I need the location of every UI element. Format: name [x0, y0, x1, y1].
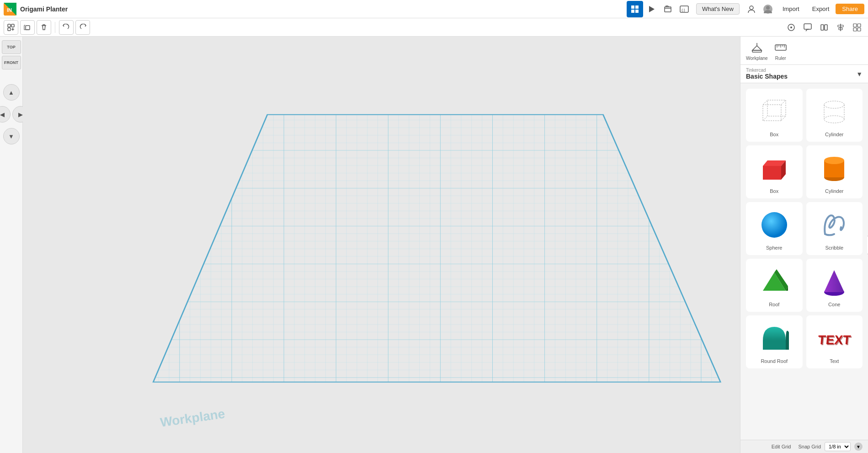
bottom-bar: Edit Grid Snap Grid 1/8 in 1/4 in 1/2 in… — [740, 440, 868, 453]
svg-marker-32 — [752, 46, 761, 50]
shape-item-round-roof[interactable]: Round Roof — [746, 315, 803, 368]
grid-view-button[interactable] — [627, 1, 643, 17]
shape-preview-box-ghost — [754, 93, 795, 130]
shape-item-text[interactable]: TEXT TEXT Text — [806, 315, 863, 368]
shape-preview-box-red — [754, 150, 795, 187]
main-area: TOP FRONT ▲ ◀ ▶ ▼ — [0, 37, 868, 453]
shape-item-sphere-blue[interactable]: Sphere — [746, 202, 803, 255]
svg-point-13 — [766, 6, 770, 10]
files-button[interactable] — [660, 1, 676, 17]
svg-rect-4 — [635, 5, 639, 9]
right-panel: › Workplane — [740, 37, 868, 453]
svg-rect-14 — [8, 24, 11, 27]
duplicate-button[interactable] — [20, 20, 35, 35]
shape-item-cylinder-ghost[interactable]: Cylinder — [806, 89, 863, 142]
ruler-label-text: Ruler — [775, 56, 786, 61]
svg-marker-65 — [824, 270, 844, 292]
svg-rect-6 — [635, 10, 639, 13]
view-nav-down[interactable]: ▼ — [3, 128, 20, 144]
shape-label-cylinder-ghost: Cylinder — [825, 132, 843, 137]
redo-button[interactable] — [75, 20, 90, 35]
snap-button[interactable] — [784, 20, 799, 35]
shape-preview-cylinder-orange — [814, 150, 855, 187]
shape-label-scribble: Scribble — [825, 245, 843, 250]
shape-item-cone-purple[interactable]: Cone — [806, 259, 863, 312]
panel-top-buttons: Workplane Ruler — [740, 37, 868, 65]
shape-item-cylinder-orange[interactable]: Cylinder — [806, 145, 863, 198]
shape-preview-scribble — [814, 207, 855, 243]
svg-text:IN: IN — [7, 7, 12, 13]
category-name: Basic Shapes — [746, 73, 788, 80]
shape-preview-text: TEXT TEXT — [814, 320, 855, 357]
top-view-label[interactable]: TOP — [2, 40, 21, 54]
import-button[interactable]: Import — [776, 4, 806, 14]
svg-line-47 — [781, 100, 786, 105]
svg-point-19 — [790, 27, 792, 28]
svg-rect-29 — [857, 28, 861, 31]
app-logo: IN — [4, 3, 16, 16]
svg-rect-27 — [857, 24, 861, 27]
delete-button[interactable] — [37, 20, 51, 35]
shapes-grid: Box Cylinder — [740, 83, 868, 440]
workplane-icon — [750, 40, 764, 55]
svg-marker-7 — [649, 6, 655, 12]
toolbar — [0, 18, 868, 37]
snap-grid-select[interactable]: 1/8 in 1/4 in 1/2 in 1 in — [825, 442, 851, 451]
svg-rect-45 — [767, 100, 786, 116]
svg-rect-16 — [8, 28, 11, 31]
shape-preview-cone-purple — [814, 263, 855, 300]
shape-label-box-ghost: Box — [770, 132, 778, 137]
ruler-icon — [773, 40, 788, 55]
svg-rect-67 — [786, 341, 789, 350]
export-button[interactable]: Export — [806, 4, 836, 14]
svg-rect-8 — [665, 7, 671, 12]
svg-line-46 — [763, 100, 767, 105]
svg-point-50 — [824, 101, 844, 108]
new-shape-button[interactable] — [4, 20, 18, 35]
user-avatar[interactable] — [760, 1, 776, 17]
front-view-label[interactable]: FRONT — [2, 56, 21, 69]
view-nav-up[interactable]: ▲ — [3, 84, 20, 101]
svg-point-11 — [750, 6, 753, 10]
svg-rect-3 — [631, 5, 634, 9]
shape-item-roof-green[interactable]: Roof — [746, 259, 803, 312]
logo-area: IN Origami Planter — [4, 3, 68, 16]
svg-rect-5 — [631, 10, 634, 13]
svg-marker-54 — [763, 166, 781, 180]
svg-rect-44 — [763, 105, 781, 121]
svg-rect-17 — [26, 26, 30, 30]
simulation-button[interactable] — [643, 1, 660, 17]
shape-item-box-red[interactable]: Box — [746, 145, 803, 198]
share-button[interactable]: Share — [836, 4, 864, 14]
comment-button[interactable] — [800, 20, 815, 35]
shape-category-selector[interactable]: Tinkercad Basic Shapes ▼ — [740, 65, 868, 83]
align-button[interactable] — [833, 20, 848, 35]
collapse-panel-button[interactable]: ▼ — [854, 442, 863, 451]
shape-item-box-ghost[interactable]: Box — [746, 89, 803, 142]
svg-rect-15 — [11, 24, 14, 27]
toolbar-separator-1 — [55, 22, 55, 33]
shape-label-sphere: Sphere — [766, 245, 782, 250]
svg-rect-26 — [853, 24, 857, 27]
mirror-button[interactable] — [817, 20, 831, 35]
snap-grid-label: Snap Grid — [798, 444, 821, 449]
canvas-area[interactable]: Workplane — [23, 37, 740, 453]
project-title: Origami Planter — [20, 5, 68, 13]
svg-point-59 — [824, 157, 844, 164]
navbar: IN Origami Planter {;} What's New Import… — [0, 0, 868, 18]
svg-rect-20 — [804, 24, 811, 29]
group-button[interactable] — [850, 20, 864, 35]
svg-rect-28 — [853, 28, 857, 31]
svg-marker-31 — [153, 115, 720, 382]
whats-new-button[interactable]: What's New — [696, 3, 740, 15]
svg-rect-21 — [821, 25, 824, 30]
codeblocks-button[interactable]: {;} — [676, 1, 692, 17]
shape-label-cone: Cone — [828, 302, 840, 307]
shape-item-scribble[interactable]: Scribble — [806, 202, 863, 255]
undo-button[interactable] — [59, 20, 74, 35]
ruler-button[interactable]: Ruler — [773, 40, 788, 61]
account-button[interactable] — [743, 1, 760, 17]
view-nav-left[interactable]: ◀ — [0, 106, 11, 123]
shape-label-cylinder-orange: Cylinder — [825, 188, 843, 194]
workplane-button[interactable]: Workplane — [746, 40, 768, 61]
